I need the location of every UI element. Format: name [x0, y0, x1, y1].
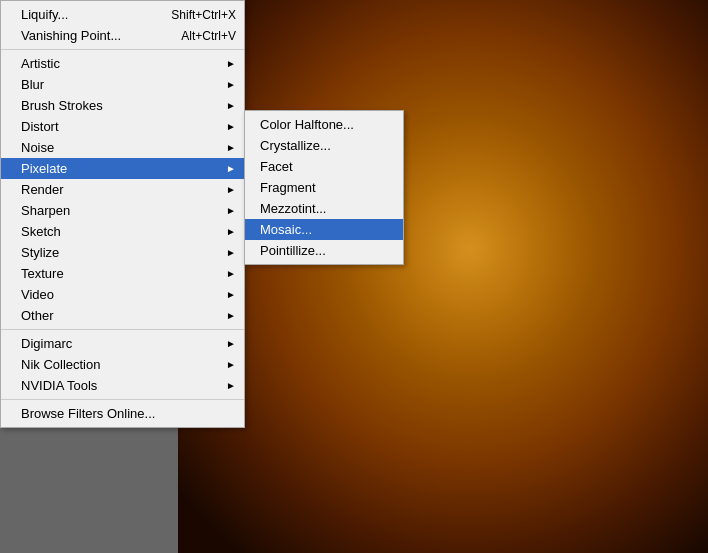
pixelate-submenu: Color Halftone... Crystallize... Facet F… — [244, 110, 404, 265]
menu-item-distort[interactable]: Distort ► — [1, 116, 244, 137]
menu-item-browse-filters[interactable]: Browse Filters Online... — [1, 403, 244, 424]
menu-item-render[interactable]: Render ► — [1, 179, 244, 200]
menu-item-nik-collection[interactable]: Nik Collection ► — [1, 354, 244, 375]
submenu-item-color-halftone[interactable]: Color Halftone... — [245, 114, 403, 135]
menu-item-noise[interactable]: Noise ► — [1, 137, 244, 158]
menu-item-sketch[interactable]: Sketch ► — [1, 221, 244, 242]
submenu-item-mosaic[interactable]: Mosaic... — [245, 219, 403, 240]
separator-2 — [1, 329, 244, 330]
menu-item-pixelate[interactable]: Pixelate ► — [1, 158, 244, 179]
menu-item-vanishing-point[interactable]: Vanishing Point... Alt+Ctrl+V — [1, 25, 244, 46]
separator-3 — [1, 399, 244, 400]
lion-face — [178, 0, 708, 553]
submenu-item-pointillize[interactable]: Pointillize... — [245, 240, 403, 261]
menu-item-blur[interactable]: Blur ► — [1, 74, 244, 95]
separator-1 — [1, 49, 244, 50]
menu-item-nvidia-tools[interactable]: NVIDIA Tools ► — [1, 375, 244, 396]
main-menu: Liquify... Shift+Ctrl+X Vanishing Point.… — [0, 0, 245, 428]
submenu-item-fragment[interactable]: Fragment — [245, 177, 403, 198]
menu-item-other[interactable]: Other ► — [1, 305, 244, 326]
menu-item-stylize[interactable]: Stylize ► — [1, 242, 244, 263]
menu-item-liquify[interactable]: Liquify... Shift+Ctrl+X — [1, 4, 244, 25]
lion-image — [178, 0, 708, 553]
menu-item-video[interactable]: Video ► — [1, 284, 244, 305]
menu-item-artistic[interactable]: Artistic ► — [1, 53, 244, 74]
menu-item-sharpen[interactable]: Sharpen ► — [1, 200, 244, 221]
submenu-item-facet[interactable]: Facet — [245, 156, 403, 177]
menu-item-digimarc[interactable]: Digimarc ► — [1, 333, 244, 354]
menu-item-brush-strokes[interactable]: Brush Strokes ► — [1, 95, 244, 116]
menu-item-texture[interactable]: Texture ► — [1, 263, 244, 284]
submenu-item-crystallize[interactable]: Crystallize... — [245, 135, 403, 156]
submenu-item-mezzotint[interactable]: Mezzotint... — [245, 198, 403, 219]
